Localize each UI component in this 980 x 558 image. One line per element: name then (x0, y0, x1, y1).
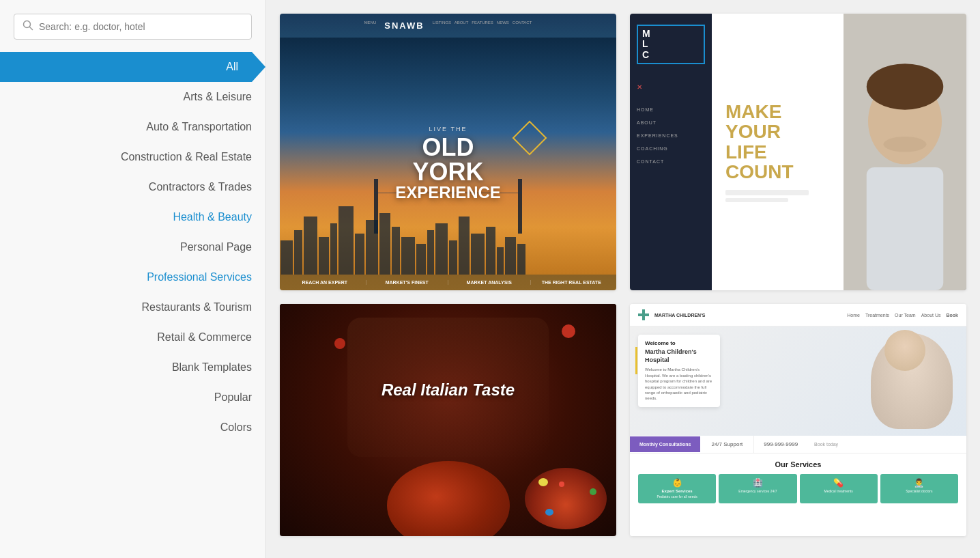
sidebar-item-contractors[interactable]: Contractors & Trades (0, 172, 265, 202)
mlc-logo: MLC (637, 25, 705, 64)
snawb-title1: OLD (395, 135, 501, 160)
sidebar-item-arts[interactable]: Arts & Leisure (0, 82, 265, 112)
sidebar-item-blank[interactable]: Blank Templates (0, 352, 265, 382)
sidebar-item-colors[interactable]: Colors (0, 413, 265, 443)
life-big-text-2: YOUR (725, 122, 830, 141)
hosp-services-title: Our Services (638, 460, 958, 469)
buildings (280, 220, 616, 275)
hosp-stat-consultations: Monthly Consultations (630, 436, 700, 452)
pizza-image (525, 468, 607, 529)
sidebar-item-all[interactable]: All (0, 52, 265, 82)
hosp-nav-links: HomeTreatmentsOur TeamAbout UsBook (847, 313, 958, 318)
hosp-hero-bg: Welcome to Martha Children's Hospital We… (630, 326, 966, 436)
life-hero: MAKE YOUR LIFE COUNT (712, 14, 966, 290)
life-big-text-1: MAKE (725, 102, 830, 122)
pizza-hero-text: Real Italian Taste (381, 380, 515, 400)
life-content: MAKE YOUR LIFE COUNT (712, 14, 966, 290)
snawb-bottom-item-2: MARKET'S FINEST (366, 280, 449, 285)
snawb-title3: EXPERIENCE (395, 184, 501, 201)
template-card-snawb[interactable]: MENU SNAWB LISTINGS ABOUT FEATURES NEWS … (280, 14, 616, 290)
snawb-title2: YORK (395, 160, 501, 184)
hosp-service-3-desc: Medical treatments (804, 489, 874, 494)
hosp-service-2-icon: 🏥 (723, 478, 792, 488)
snawb-bottom-item-3: MARKET ANALYSIS (448, 280, 531, 285)
sidebar: All Arts & Leisure Auto & Transportation… (0, 0, 266, 558)
sidebar-item-construction[interactable]: Construction & Real Estate (0, 142, 265, 172)
hosp-service-1-icon: 👶 (642, 478, 712, 488)
search-input[interactable] (39, 21, 243, 32)
sidebar-item-auto[interactable]: Auto & Transportation (0, 112, 265, 142)
hosp-service-4-icon: 👨‍⚕️ (884, 478, 954, 488)
snawb-bottom-item-4: THE RIGHT REAL ESTATE (531, 280, 613, 285)
templates-grid-container: MENU SNAWB LISTINGS ABOUT FEATURES NEWS … (266, 0, 980, 558)
hosp-logo-cross-icon (638, 309, 649, 320)
sidebar-item-professional[interactable]: Professional Services (0, 262, 265, 292)
hosp-stat-phone: 999-999-9999 (754, 436, 807, 453)
sidebar-item-personal[interactable]: Personal Page (0, 232, 265, 262)
hosp-services-grid: 👶 Expert Services Pediatric care for all… (638, 474, 958, 503)
svg-point-7 (884, 137, 927, 152)
hosp-service-1-desc: Pediatric care for all needs (642, 494, 712, 499)
template-card-hospital[interactable]: MARTHA CHILDREN'S HomeTreatmentsOur Team… (630, 304, 966, 536)
sidebar-item-retail[interactable]: Retail & Commerce (0, 322, 265, 352)
pizza-hero: Real Italian Taste (280, 322, 616, 458)
hosp-service-1-title: Expert Services (642, 489, 712, 493)
sidebar-item-restaurants[interactable]: Restaurants & Tourism (0, 292, 265, 322)
template-preview-pizza: 🍕 Italian Pizza HomeOur MenuAboutContact (280, 304, 616, 536)
hosp-welcome-text: Welcome to (645, 340, 713, 346)
hosp-nav: MARTHA CHILDREN'S HomeTreatmentsOur Team… (630, 304, 966, 326)
life-big-text-4: COUNT (725, 162, 830, 182)
hosp-bottom: Our Services 👶 Expert Services Pediatric… (630, 454, 966, 536)
snawb-hero: LIVE THE OLD YORK EXPERIENCE (280, 38, 616, 275)
snawb-logo-text: SNAWB (384, 20, 424, 31)
life-photo-col (844, 14, 966, 290)
hosp-service-2-desc: Emergency services 24/7 (723, 489, 792, 494)
snawb-live-text: LIVE THE (395, 126, 501, 132)
sidebar-item-health[interactable]: Health & Beauty (0, 202, 265, 232)
hosp-title: Martha Children's Hospital (645, 348, 713, 364)
life-sidebar: MLC ✕ HOME ABOUT EXPERIENCES COACHING CO… (630, 14, 712, 290)
search-icon (23, 20, 33, 33)
hosp-logo: MARTHA CHILDREN'S (638, 309, 706, 320)
hosp-stat-support: 24/7 Support (700, 436, 754, 453)
hosp-accent-bar (635, 347, 637, 374)
templates-grid: MENU SNAWB LISTINGS ABOUT FEATURES NEWS … (280, 14, 966, 536)
hosp-service-3: 💊 Medical treatments (800, 474, 878, 503)
life-text-col: MAKE YOUR LIFE COUNT (712, 14, 844, 290)
hosp-overlay-card: Welcome to Martha Children's Hospital We… (638, 335, 720, 407)
hosp-service-4: 👨‍⚕️ Specialist doctors (880, 474, 958, 503)
snawb-bottom-item-1: REACH AN EXPERT (284, 280, 366, 285)
template-preview-snawb: MENU SNAWB LISTINGS ABOUT FEATURES NEWS … (280, 14, 616, 290)
hosp-stats-bar: Monthly Consultations 24/7 Support 999-9… (630, 436, 966, 454)
sidebar-item-popular[interactable]: Popular (0, 382, 265, 413)
svg-line-1 (30, 27, 33, 30)
snawb-bottom-bar: REACH AN EXPERT MARKET'S FINEST MARKET A… (280, 275, 616, 290)
hosp-stat-tagline: Book today (807, 436, 845, 452)
hosp-service-4-desc: Specialist doctors (884, 489, 954, 494)
svg-rect-3 (867, 167, 944, 290)
life-big-text-3: LIFE (725, 142, 830, 162)
svg-point-5 (867, 64, 944, 110)
category-nav: All Arts & Leisure Auto & Transportation… (0, 46, 265, 448)
hosp-service-1: 👶 Expert Services Pediatric care for all… (638, 474, 716, 503)
template-preview-life: MLC ✕ HOME ABOUT EXPERIENCES COACHING CO… (630, 14, 966, 290)
hosp-logo-name: MARTHA CHILDREN'S (654, 313, 706, 318)
hosp-service-2: 🏥 Emergency services 24/7 (719, 474, 796, 503)
template-card-pizza[interactable]: 🍕 Italian Pizza HomeOur MenuAboutContact (280, 304, 616, 536)
life-person-image (844, 14, 966, 290)
hosp-desc: Welcome to Martha Children's Hospital. W… (645, 367, 713, 401)
hosp-service-3-icon: 💊 (804, 478, 874, 488)
mlc-close-icon: ✕ (637, 83, 705, 91)
search-box (0, 0, 265, 46)
template-card-life[interactable]: MLC ✕ HOME ABOUT EXPERIENCES COACHING CO… (630, 14, 966, 290)
hosp-hero: Welcome to Martha Children's Hospital We… (630, 326, 966, 436)
search-wrapper[interactable] (14, 14, 252, 40)
template-preview-hospital: MARTHA CHILDREN'S HomeTreatmentsOur Team… (630, 304, 966, 536)
snawb-nav: MENU SNAWB LISTINGS ABOUT FEATURES NEWS … (280, 14, 616, 38)
